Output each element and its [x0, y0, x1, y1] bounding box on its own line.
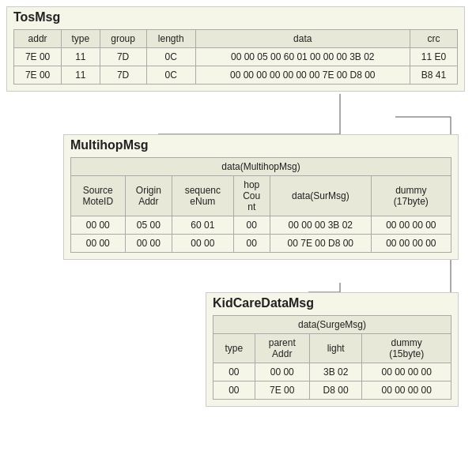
tos-header-group: group: [100, 30, 146, 48]
mh-cell-1-5: 00 00 00 00: [371, 235, 451, 253]
tos-cell-0-2: 7D: [100, 48, 146, 66]
kc-header-dummy: dummy (15byte): [362, 334, 451, 363]
tos-msg-table: addr type group length data crc 7E 00117…: [13, 29, 458, 85]
mh-cell-1-4: 00 7E 00 D8 00: [270, 235, 371, 253]
mh-cell-0-1: 05 00: [125, 216, 172, 235]
kc-cell-0-2: 3B 02: [309, 363, 361, 381]
tos-header-length: length: [146, 30, 195, 48]
multihop-msg-title: MultihopMsg: [70, 138, 451, 152]
mh-header-origin: Origin Addr: [125, 176, 172, 216]
kc-cell-0-1: 00 00: [255, 363, 309, 381]
table-row: 00 0000 0000 000000 7E 00 D8 0000 00 00 …: [71, 235, 451, 253]
mh-cell-0-0: 00 00: [71, 216, 126, 235]
mh-header-source: Source MoteID: [71, 176, 126, 216]
mh-cell-1-1: 00 00: [125, 235, 172, 253]
mh-header-seqnum: sequenc eNum: [172, 176, 233, 216]
mh-header-data: data(SurMsg): [270, 176, 371, 216]
mh-cell-1-3: 00: [233, 235, 270, 253]
kc-header-type: type: [213, 334, 255, 363]
kc-cell-1-2: D8 00: [309, 381, 361, 400]
mh-cell-1-0: 00 00: [71, 235, 126, 253]
tos-cell-1-1: 11: [62, 66, 100, 85]
tos-msg-section: TosMsg addr type group length data crc 7…: [6, 6, 465, 92]
kidcare-msg-section: KidCareDataMsg data(SurgeMsg) type paren…: [206, 292, 459, 407]
kc-cell-0-0: 00: [213, 363, 255, 381]
mh-header-dummy: dummy (17byte): [371, 176, 451, 216]
tos-cell-0-0: 7E 00: [14, 48, 62, 66]
mh-header-hop: hop Cou nt: [233, 176, 270, 216]
kc-cell-0-3: 00 00 00 00: [362, 363, 451, 381]
kidcare-sub-header: data(SurgeMsg): [213, 316, 451, 334]
table-row: 00 0005 0060 010000 00 00 3B 0200 00 00 …: [71, 216, 451, 235]
tos-cell-0-3: 0C: [146, 48, 195, 66]
tos-header-type: type: [62, 30, 100, 48]
tos-header-crc: crc: [410, 30, 457, 48]
tos-cell-1-4: 00 00 00 00 00 00 00 7E 00 D8 00: [195, 66, 410, 85]
mh-cell-0-3: 00: [233, 216, 270, 235]
tos-cell-0-1: 11: [62, 48, 100, 66]
tos-cell-1-5: B8 41: [410, 66, 457, 85]
tos-cell-1-3: 0C: [146, 66, 195, 85]
tos-cell-1-0: 7E 00: [14, 66, 62, 85]
mh-cell-0-2: 60 01: [172, 216, 233, 235]
tos-header-addr: addr: [14, 30, 62, 48]
table-row: 0000 003B 0200 00 00 00: [213, 363, 451, 381]
mh-cell-0-5: 00 00 00 00: [371, 216, 451, 235]
multihop-msg-section: MultihopMsg data(MultihopMsg) Source Mot…: [63, 134, 459, 260]
kc-cell-1-0: 00: [213, 381, 255, 400]
kc-header-parent: parent Addr: [255, 334, 309, 363]
table-row: 7E 00117D0C00 00 05 00 60 01 00 00 00 3B…: [14, 48, 458, 66]
table-row: 7E 00117D0C00 00 00 00 00 00 00 7E 00 D8…: [14, 66, 458, 85]
tos-cell-0-5: 11 E0: [410, 48, 457, 66]
tos-header-data: data: [195, 30, 410, 48]
tos-cell-0-4: 00 00 05 00 60 01 00 00 00 3B 02: [195, 48, 410, 66]
tos-cell-1-2: 7D: [100, 66, 146, 85]
kc-cell-1-1: 7E 00: [255, 381, 309, 400]
kc-cell-1-3: 00 00 00 00: [362, 381, 451, 400]
mh-cell-1-2: 00 00: [172, 235, 233, 253]
kidcare-msg-title: KidCareDataMsg: [213, 296, 451, 310]
mh-cell-0-4: 00 00 00 3B 02: [270, 216, 371, 235]
kc-header-light: light: [309, 334, 361, 363]
table-row: 007E 00D8 0000 00 00 00: [213, 381, 451, 400]
multihop-sub-header: data(MultihopMsg): [71, 158, 451, 176]
tos-msg-title: TosMsg: [13, 10, 458, 24]
multihop-msg-table: data(MultihopMsg) Source MoteID Origin A…: [70, 157, 451, 253]
kidcare-msg-table: data(SurgeMsg) type parent Addr light du…: [213, 315, 451, 400]
